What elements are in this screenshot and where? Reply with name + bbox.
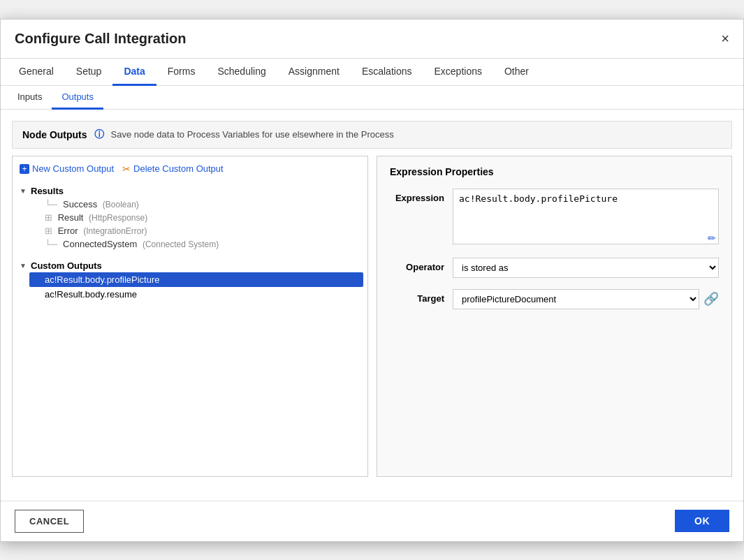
tab-setup[interactable]: Setup: [65, 59, 113, 86]
expand-icon-error: ⊞: [45, 226, 52, 236]
target-link-icon[interactable]: 🔗: [703, 291, 719, 307]
tree-item-connected-system[interactable]: └─ ConnectedSystem (Connected System): [29, 237, 363, 251]
target-select[interactable]: profilePictureDocument: [453, 289, 699, 309]
modal-footer: CANCEL OK: [1, 501, 743, 541]
tab-inputs[interactable]: Inputs: [8, 86, 52, 110]
results-label[interactable]: ▼ Results: [17, 184, 363, 198]
connected-system-type: (Connected System): [143, 240, 219, 249]
tab-scheduling[interactable]: Scheduling: [206, 59, 277, 86]
tab-forms[interactable]: Forms: [156, 59, 207, 86]
expression-row: Expression ✏: [390, 189, 719, 246]
new-output-label: New Custom Output: [32, 163, 114, 174]
delete-custom-output-button[interactable]: ✂ Delete Custom Output: [122, 163, 224, 175]
tab-data[interactable]: Data: [112, 59, 156, 86]
operator-select[interactable]: is stored as is assigned to: [453, 258, 719, 278]
secondary-tabs: Inputs Outputs: [1, 86, 743, 110]
custom-outputs-expand-icon: ▼: [20, 262, 28, 270]
results-node: ▼ Results └─ Success (Boolean) ⊞: [17, 183, 363, 252]
modal-title: Configure Call Integration: [15, 31, 187, 47]
expression-properties-panel: Expression Properties Expression ✏ Opera…: [377, 156, 732, 477]
new-custom-output-button[interactable]: + New Custom Output: [20, 163, 114, 175]
results-section-title: Results: [31, 186, 64, 196]
success-label: Success: [63, 199, 97, 209]
target-value-container: profilePictureDocument 🔗: [453, 289, 719, 309]
delete-icon: ✂: [122, 163, 131, 175]
connector-icon-cs: └─: [45, 239, 57, 249]
tab-assignment[interactable]: Assignment: [277, 59, 351, 86]
content-area: + New Custom Output ✂ Delete Custom Outp…: [12, 156, 732, 477]
expr-panel-title: Expression Properties: [390, 166, 719, 177]
custom-item-profile-picture[interactable]: ac!Result.body.profilePicture: [29, 272, 363, 287]
custom-item-1-label: ac!Result.body.resume: [45, 289, 137, 300]
custom-outputs-title: Custom Outputs: [31, 260, 102, 271]
error-type: (IntegrationError): [83, 226, 147, 236]
operator-label: Operator: [390, 258, 453, 272]
modal-header: Configure Call Integration ×: [1, 20, 743, 59]
edit-expression-icon[interactable]: ✏: [708, 233, 716, 244]
tab-exceptions[interactable]: Exceptions: [423, 59, 493, 86]
tab-escalations[interactable]: Escalations: [351, 59, 423, 86]
tree-panel: + New Custom Output ✂ Delete Custom Outp…: [12, 156, 368, 477]
tree-toolbar: + New Custom Output ✂ Delete Custom Outp…: [17, 163, 363, 175]
target-row: Target profilePictureDocument 🔗: [390, 289, 719, 309]
tab-other[interactable]: Other: [493, 59, 540, 86]
target-label: Target: [390, 289, 453, 304]
results-expand-icon: ▼: [20, 187, 28, 195]
node-outputs-title: Node Outputs: [22, 129, 87, 140]
custom-item-0-label: ac!Result.body.profilePicture: [45, 274, 160, 285]
ok-button[interactable]: OK: [675, 510, 729, 532]
close-button[interactable]: ×: [721, 31, 729, 45]
custom-outputs-node: ▼ Custom Outputs ac!Result.body.profileP…: [17, 258, 363, 303]
operator-value-container: is stored as is assigned to: [453, 258, 719, 278]
expression-label: Expression: [390, 189, 453, 203]
operator-row: Operator is stored as is assigned to: [390, 258, 719, 278]
delete-output-label: Delete Custom Output: [133, 163, 224, 174]
node-outputs-header: Node Outputs ⓘ Save node data to Process…: [12, 121, 732, 149]
tab-outputs[interactable]: Outputs: [52, 86, 103, 110]
expression-textarea[interactable]: [453, 189, 719, 244]
expand-icon-result: ⊞: [45, 212, 52, 223]
connector-icon: └─: [45, 199, 57, 209]
expression-value-container: ✏: [453, 189, 719, 246]
node-outputs-hint: Save node data to Process Variables for …: [111, 129, 394, 140]
modal-body: Node Outputs ⓘ Save node data to Process…: [1, 110, 743, 501]
result-label: Result: [58, 212, 84, 223]
primary-tabs: General Setup Data Forms Scheduling Assi…: [1, 59, 743, 86]
tree-item-success[interactable]: └─ Success (Boolean): [29, 198, 363, 211]
tree-item-result[interactable]: ⊞ Result (HttpResponse): [29, 211, 363, 224]
success-type: (Boolean): [103, 200, 139, 209]
custom-outputs-label[interactable]: ▼ Custom Outputs: [17, 259, 363, 272]
add-icon: +: [20, 164, 29, 174]
result-type: (HttpResponse): [89, 213, 147, 223]
tab-general[interactable]: General: [8, 59, 65, 86]
error-label: Error: [58, 226, 78, 236]
modal: Configure Call Integration × General Set…: [0, 19, 744, 542]
custom-outputs-children: ac!Result.body.profilePicture ac!Result.…: [17, 272, 363, 302]
results-children: └─ Success (Boolean) ⊞ Result (HttpRespo…: [17, 198, 363, 251]
connected-system-label: ConnectedSystem: [63, 239, 137, 249]
info-icon: ⓘ: [94, 128, 104, 141]
target-input-row: profilePictureDocument 🔗: [453, 289, 719, 309]
tree-item-error[interactable]: ⊞ Error (IntegrationError): [29, 224, 363, 237]
custom-item-resume[interactable]: ac!Result.body.resume: [29, 287, 363, 302]
cancel-button[interactable]: CANCEL: [15, 510, 84, 533]
